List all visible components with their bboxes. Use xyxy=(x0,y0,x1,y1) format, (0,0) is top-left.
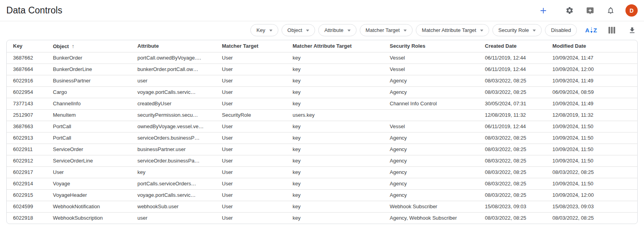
table-cell: 15/08/2023, 09:03 xyxy=(479,201,546,212)
table-cell: users.key xyxy=(286,109,383,121)
add-button[interactable] xyxy=(538,5,549,16)
notifications-button[interactable] xyxy=(605,5,616,16)
table-cell: bunkerOrder.portCall.ow… xyxy=(131,63,216,75)
table-cell: BunkerOrder xyxy=(47,52,131,63)
table-cell: key xyxy=(131,166,216,178)
table-cell: key xyxy=(286,75,383,86)
column-header-created-date[interactable]: Created Date xyxy=(479,40,546,52)
table-cell: key xyxy=(286,201,383,212)
table-cell: MenuItem xyxy=(47,109,131,121)
table-cell: 08/03/2022, 08:25 xyxy=(479,178,546,189)
table-row[interactable]: 6022913PortCallserviceOrders.businessP…U… xyxy=(7,132,637,144)
table-cell: 6022954 xyxy=(7,86,47,98)
table-cell: 06/11/2019, 12:44 xyxy=(479,121,546,132)
table-cell: BusinessPartner xyxy=(47,75,131,86)
table-cell: 10/09/2024, 11:50 xyxy=(546,155,637,166)
column-header-key[interactable]: Key xyxy=(7,40,47,52)
table-cell: securityPermission.secu… xyxy=(131,109,216,121)
settings-button[interactable] xyxy=(564,5,575,16)
table-cell: SecurityRole xyxy=(216,109,286,121)
filter-chip-object[interactable]: Object xyxy=(282,24,315,36)
table-row[interactable]: 6022914VoyageportCalls.serviceOrders…Use… xyxy=(7,178,637,189)
table-cell: 6022917 xyxy=(7,166,47,178)
data-controls-table: KeyObject↑AttributeMatcher TargetMatcher… xyxy=(6,40,638,224)
table-cell: key xyxy=(286,166,383,178)
table-cell: Agency xyxy=(383,166,479,178)
chevron-down-icon xyxy=(533,30,536,32)
table-cell: Agency xyxy=(383,155,479,166)
table-cell: User xyxy=(216,75,286,86)
table-cell: 08/03/2022, 08:25 xyxy=(479,75,546,86)
filter-chip-label: Matcher Target xyxy=(366,27,400,33)
table-cell: voyage.portCalls.servic… xyxy=(131,86,216,98)
table-row[interactable]: 6022912ServiceOrderLineserviceOrder.busi… xyxy=(7,155,637,166)
filter-chip-attribute[interactable]: Attribute xyxy=(318,24,356,36)
filter-chip-matcher-target[interactable]: Matcher Target xyxy=(360,24,413,36)
table-row[interactable]: 3687663PortCallownedByVoyage.vessel.ve…U… xyxy=(7,121,637,132)
table-row[interactable]: 2512907MenuItemsecurityPermission.secu…S… xyxy=(7,109,637,121)
table-cell: ChannelInfo xyxy=(47,98,131,109)
chevron-down-icon xyxy=(306,30,309,32)
column-header-modified-date[interactable]: Modified Date xyxy=(546,40,637,52)
table-cell: 08/03/2022, 08:25 xyxy=(546,212,637,224)
avatar[interactable]: D xyxy=(625,4,638,17)
filter-chip-label: Matcher Attribute Target xyxy=(422,27,476,33)
table-cell xyxy=(383,109,479,121)
table-cell: key xyxy=(286,52,383,63)
table-cell: 10/09/2024, 11:49 xyxy=(546,75,637,86)
table-cell: 6022916 xyxy=(7,75,47,86)
column-header-label: Attribute xyxy=(137,43,159,49)
table-row[interactable]: 6022916BusinessPartneruserUserkeyAgency0… xyxy=(7,75,637,86)
table-cell: key xyxy=(286,132,383,144)
table-cell: 10/09/2024, 12:00 xyxy=(546,189,637,201)
download-icon xyxy=(628,26,636,34)
filter-chip-label: Object xyxy=(287,27,302,33)
column-header-label: Object xyxy=(53,43,69,49)
sparkle-badge-button[interactable] xyxy=(584,5,595,16)
table-cell: 08/03/2022, 08:25 xyxy=(479,86,546,98)
filter-chip-key[interactable]: Key xyxy=(250,24,278,36)
table-row[interactable]: 6022954Cargovoyage.portCalls.servic…User… xyxy=(7,86,637,98)
table-cell: key xyxy=(286,144,383,155)
table-cell: User xyxy=(216,189,286,201)
column-header-label: Security Roles xyxy=(390,43,425,49)
column-header-matcher-target[interactable]: Matcher Target xyxy=(216,40,286,52)
table-row[interactable]: 6024599WebhookNotificationwebhookSub.use… xyxy=(7,201,637,212)
chevron-down-icon xyxy=(480,30,483,32)
download-button[interactable] xyxy=(627,25,638,36)
chevron-down-icon xyxy=(347,30,351,32)
table-cell: 6024599 xyxy=(7,201,47,212)
sparkle-badge-icon xyxy=(586,6,594,15)
table-cell: Agency xyxy=(383,144,479,155)
column-header-object[interactable]: Object↑ xyxy=(47,40,131,52)
table-cell: 2512907 xyxy=(7,109,47,121)
header-actions: D xyxy=(538,4,638,17)
column-header-attribute[interactable]: Attribute xyxy=(131,40,216,52)
columns-button[interactable] xyxy=(606,25,617,36)
table-cell: User xyxy=(216,52,286,63)
table-cell: key xyxy=(286,98,383,109)
table-cell: businessPartner.user xyxy=(131,144,216,155)
column-header-label: Created Date xyxy=(485,43,516,49)
table-cell: 10/09/2024, 11:50 xyxy=(546,144,637,155)
table-row[interactable]: 6022915VoyageHeadervoyage.portCalls.serv… xyxy=(7,189,637,201)
filter-chip-security-role[interactable]: Security Role xyxy=(492,24,542,36)
table-cell: 10/09/2024, 12:00 xyxy=(546,63,637,75)
filter-chip-disabled[interactable]: Disabled xyxy=(545,24,577,36)
table-cell: Agency xyxy=(383,75,479,86)
table-row[interactable]: 6022911ServiceOrderbusinessPartner.userU… xyxy=(7,144,637,155)
table-row[interactable]: 6022918WebhookSubscriptionuserUserkeyAge… xyxy=(7,212,637,224)
table-cell: Agency xyxy=(383,86,479,98)
table-cell: 08/03/2022, 08:25 xyxy=(479,155,546,166)
column-header-security-roles[interactable]: Security Roles xyxy=(383,40,479,52)
table-row[interactable]: 7377143ChannelInfocreatedByUserUserkeyCh… xyxy=(7,98,637,109)
table-cell: portCalls.serviceOrders… xyxy=(131,178,216,189)
column-header-matcher-attribute-target[interactable]: Matcher Attribute Target xyxy=(286,40,383,52)
table-row[interactable]: 6022917UserkeyUserkeyAgency08/03/2022, 0… xyxy=(7,166,637,178)
table-row[interactable]: 3687664BunkerOrderLinebunkerOrder.portCa… xyxy=(7,63,637,75)
sort-alphabetical-button[interactable]: AZ xyxy=(586,25,597,36)
table-cell: User xyxy=(216,98,286,109)
table-row[interactable]: 3687662BunkerOrderportCall.ownedByVoyage… xyxy=(7,52,637,63)
filter-chip-row: KeyObjectAttributeMatcher TargetMatcher … xyxy=(250,24,577,36)
filter-chip-matcher-attribute-target[interactable]: Matcher Attribute Target xyxy=(416,24,489,36)
